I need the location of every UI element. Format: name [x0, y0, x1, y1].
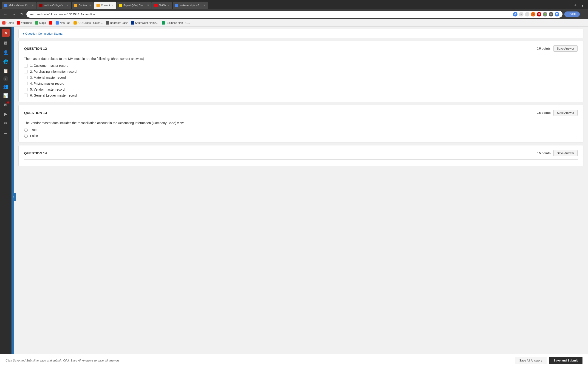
- profile-icon[interactable]: M: [555, 12, 559, 17]
- option-label-q13o2: False: [30, 134, 38, 138]
- bottom-actions: Save All Answers Save and Submit: [515, 357, 582, 364]
- tab-expert[interactable]: Expert Q&A | Che...×: [116, 2, 152, 9]
- tab-netflix[interactable]: Netflix×: [152, 2, 172, 9]
- tab-label-google: make receipts - G...: [180, 4, 202, 7]
- tab-close-mail[interactable]: ×: [32, 3, 34, 7]
- tab-label-content1: Content: [78, 4, 87, 7]
- save-answer-button-q14[interactable]: Save Answer: [553, 150, 578, 156]
- tab-close-walton[interactable]: ×: [66, 3, 69, 7]
- collapse-sidebar-button[interactable]: ›: [11, 193, 16, 201]
- option-input-q12o2[interactable]: [24, 70, 28, 73]
- tab-mail[interactable]: Mail - Michael Ku...×: [2, 2, 36, 9]
- share-icon[interactable]: ↑: [525, 12, 529, 17]
- forward-button[interactable]: →: [10, 11, 17, 17]
- tab-favicon-content1: [74, 4, 77, 7]
- divider-q12: [24, 55, 578, 55]
- option-input-q12o3[interactable]: [24, 76, 28, 79]
- tab-label-netflix: Netflix: [159, 4, 166, 7]
- bookmark-label-business: Business plan - G...: [166, 21, 190, 25]
- sidebar-icon-edit[interactable]: ✏: [2, 119, 10, 127]
- option-item-q13o2[interactable]: False: [24, 134, 578, 138]
- question-block-q13: QUESTION 130.5 pointsSave AnswerThe Vend…: [18, 105, 583, 142]
- option-input-q13o1[interactable]: [24, 128, 28, 132]
- tab-google[interactable]: make receipts - G...×: [173, 2, 208, 9]
- question-text-q12: The master data related to the MM module…: [24, 57, 578, 60]
- back-button[interactable]: ←: [2, 11, 9, 17]
- option-item-q12o6[interactable]: 6. General Ledger master record: [24, 94, 578, 97]
- sidebar-icon-chart[interactable]: 📊: [2, 92, 10, 100]
- bookmark-gmail[interactable]: Gmail: [2, 21, 14, 25]
- question-title-q12: QUESTION 12: [24, 47, 47, 50]
- option-input-q12o1[interactable]: [24, 64, 28, 67]
- new-tab-button[interactable]: +: [572, 2, 578, 9]
- tab-close-content2[interactable]: ×: [111, 3, 114, 7]
- option-label-q12o3: 3. Material master record: [30, 76, 66, 79]
- option-item-q12o3[interactable]: 3. Material master record: [24, 76, 578, 79]
- tab-close-expert[interactable]: ×: [147, 3, 149, 7]
- option-input-q12o4[interactable]: [24, 82, 28, 85]
- tab-walton[interactable]: Walton College V...×: [37, 2, 71, 9]
- blue-strip: ›: [11, 27, 14, 367]
- save-answer-button-q12[interactable]: Save Answer: [553, 45, 578, 52]
- tab-close-netflix[interactable]: ×: [167, 3, 170, 7]
- sidebar-icon-mail[interactable]: ✉!: [2, 101, 10, 109]
- option-input-q13o2[interactable]: [24, 134, 28, 138]
- option-label-q13o1: True: [30, 128, 36, 132]
- question-meta-q12: 0.5 pointsSave Answer: [536, 45, 578, 52]
- sidebar-icon-institution[interactable]: 🏛: [2, 40, 10, 47]
- tab-bar: Mail - Michael Ku...×Walton College V...…: [0, 0, 588, 9]
- bookmark-bedroom[interactable]: Bedroom Jazz: [106, 21, 128, 25]
- bookmark-icon-newtab: [56, 21, 59, 25]
- tab-content2[interactable]: Content×: [94, 2, 116, 9]
- bookmark-play[interactable]: [49, 21, 52, 25]
- address-bar[interactable]: learn.uark.edu/ultra/courses/_353546_1/c…: [26, 11, 562, 18]
- option-input-q12o6[interactable]: [24, 94, 28, 97]
- tab-close-google[interactable]: ×: [203, 3, 206, 7]
- question-block-q12: QUESTION 120.5 pointsSave AnswerThe mast…: [18, 41, 583, 102]
- sidebar-icon-user[interactable]: 👤: [2, 49, 10, 56]
- sidebar-close-button[interactable]: ✕: [2, 29, 10, 37]
- bookmark-icon-youtube: [17, 21, 20, 25]
- option-label-q12o2: 2. Purchasing information record: [30, 70, 77, 73]
- bookmark-label-ico: ICO Drops - Calen...: [78, 21, 103, 25]
- bookmark-ico[interactable]: ICO Drops - Calen...: [73, 21, 103, 25]
- content-area: ▾ Question Completion Status: QUESTION 1…: [14, 27, 588, 367]
- sidebar-icon-chevron[interactable]: ›: [3, 76, 8, 81]
- option-label-q12o4: 4. Pricing master record: [30, 82, 64, 85]
- bookmark-star-icon[interactable]: ☆: [519, 12, 523, 17]
- tab-list-button[interactable]: ⋮: [579, 2, 586, 8]
- option-input-q12o5[interactable]: [24, 88, 28, 91]
- option-item-q12o1[interactable]: 1. Customer master record: [24, 64, 578, 67]
- bookmark-icon-play: [49, 21, 52, 25]
- option-item-q12o2[interactable]: 2. Purchasing information record: [24, 70, 578, 73]
- bookmark-business[interactable]: Business plan - G...: [162, 21, 190, 25]
- save-answer-button-q13[interactable]: Save Answer: [553, 110, 578, 116]
- update-button[interactable]: Update: [564, 11, 580, 17]
- save-and-submit-button[interactable]: Save and Submit: [549, 357, 582, 364]
- sidebar-icon-play[interactable]: ▶: [2, 110, 10, 118]
- address-icons: G ☆ ↑ 🦊 R 🧩 ⊡ M: [513, 12, 559, 17]
- sidebar-icon-menu[interactable]: ☰: [2, 128, 10, 136]
- tab-content1[interactable]: Content×: [72, 2, 94, 9]
- points-badge-q13: 0.5 points: [536, 111, 551, 115]
- question-text-q13: The Vendor master data includes the reco…: [24, 121, 578, 125]
- bookmark-maps[interactable]: Maps: [35, 21, 46, 25]
- browser-menu-icon[interactable]: ⋮: [582, 12, 586, 16]
- completion-status-bar[interactable]: ▾ Question Completion Status:: [18, 29, 583, 38]
- sidebar-icon-globe[interactable]: 🌐: [2, 58, 10, 66]
- option-item-q13o1[interactable]: True: [24, 128, 578, 132]
- tab-close-content1[interactable]: ×: [89, 3, 91, 7]
- bookmark-newtab[interactable]: New Tab: [56, 21, 70, 25]
- tab-favicon-netflix: [154, 4, 157, 7]
- points-badge-q12: 0.5 points: [536, 47, 551, 50]
- sidebar-icon-list[interactable]: 📋: [2, 67, 10, 75]
- bookmark-youtube[interactable]: YouTube: [17, 21, 32, 25]
- left-sidebar: ✕ 🏛 👤 🌐 📋 › 👥 📊 ✉! ▶ ✏ ☰: [0, 27, 11, 367]
- bookmark-southwest[interactable]: Southwest Airline...: [131, 21, 158, 25]
- option-item-q12o5[interactable]: 5. Vendor master record: [24, 88, 578, 91]
- option-item-q12o4[interactable]: 4. Pricing master record: [24, 82, 578, 85]
- bookmark-label-gmail: Gmail: [6, 21, 14, 25]
- save-all-answers-button[interactable]: Save All Answers: [515, 357, 547, 364]
- sidebar-icon-group[interactable]: 👥: [2, 83, 10, 90]
- refresh-button[interactable]: ↻: [19, 11, 25, 17]
